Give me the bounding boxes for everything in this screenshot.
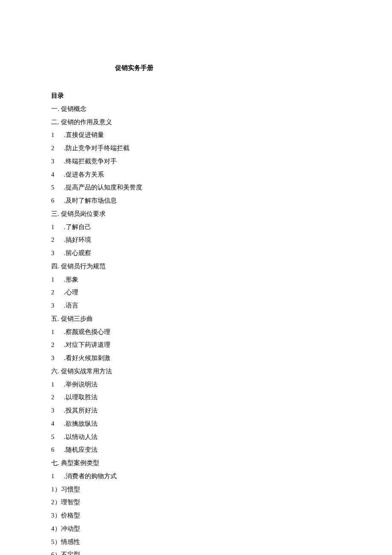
item-text: .防止竞争对手终端拦截	[64, 145, 130, 151]
item-text: .终端拦截竞争对手	[64, 158, 117, 165]
section-heading: 七. 典型案例类型	[51, 456, 341, 470]
toc-item: 1）习惯型	[51, 483, 341, 496]
toc-item: 6.及时了解市场信息	[51, 194, 341, 207]
item-number: 1	[51, 273, 64, 286]
section-heading: 五. 促销三步曲	[51, 312, 341, 325]
toc-item: 1.形象	[51, 273, 341, 286]
item-number: 5	[51, 181, 64, 194]
item-text: .欲擒故纵法	[64, 420, 98, 427]
toc-item: 2.防止竞争对手终端拦截	[51, 142, 341, 155]
toc-item: 1.直接促进销量	[51, 128, 341, 142]
item-number: 3	[51, 404, 64, 417]
item-number: 1	[51, 325, 64, 339]
item-text: .直接促进销量	[64, 131, 104, 138]
item-text: .随机应变法	[64, 446, 98, 453]
item-number: 3	[51, 352, 64, 365]
toc-item: 3.留心观察	[51, 247, 341, 260]
item-number: 5	[51, 430, 64, 444]
toc-item: 3）价格型	[51, 509, 341, 522]
item-number: 1	[51, 128, 64, 142]
item-number: 3	[51, 247, 64, 260]
toc-header: 目录	[51, 89, 341, 102]
toc-item: 2.以理取胜法	[51, 391, 341, 404]
item-text: .举例说明法	[64, 381, 98, 388]
item-number: 6	[51, 194, 64, 207]
section-heading: 二. 促销的作用及意义	[51, 116, 341, 129]
item-number: 2	[51, 391, 64, 404]
item-text: .了解自己	[64, 224, 91, 230]
item-text: .促进各方关系	[64, 171, 104, 178]
toc-item: 3.看好火候加刺激	[51, 352, 341, 365]
item-text: .察颜观色摸心理	[64, 328, 110, 335]
toc-item: 5）情感性	[51, 535, 341, 549]
document-page: 促销实务手册 目录 一. 促销概念二. 促销的作用及意义1.直接促进销量2.防止…	[0, 0, 392, 555]
section-heading: 六. 促销实战常用方法	[51, 365, 341, 378]
item-number: 2	[51, 286, 64, 299]
toc-item: 4）冲动型	[51, 522, 341, 535]
item-number: 6	[51, 443, 64, 456]
toc-item: 6）不定型	[51, 548, 341, 555]
item-number: 1	[51, 221, 64, 234]
toc-item: 3.语言	[51, 299, 341, 312]
item-text: .以理取胜法	[64, 394, 98, 401]
item-text: .搞好环境	[64, 236, 91, 243]
item-text: .对症下药讲道理	[64, 341, 110, 348]
toc-item: 1.了解自己	[51, 221, 341, 234]
section-heading: 三. 促销员岗位要求	[51, 207, 341, 221]
item-text: .形象	[64, 276, 78, 283]
item-number: 2	[51, 233, 64, 247]
toc-item: 1.消费者的购物方式	[51, 470, 341, 483]
toc-item: 6.随机应变法	[51, 443, 341, 456]
toc-item: 2.搞好环境	[51, 233, 341, 247]
item-text: .以情动人法	[64, 433, 98, 440]
toc-body: 一. 促销概念二. 促销的作用及意义1.直接促进销量2.防止竞争对手终端拦截3.…	[51, 102, 341, 555]
toc-item: 5.以情动人法	[51, 430, 341, 444]
item-text: .消费者的购物方式	[64, 473, 117, 479]
toc-item: 2.对症下药讲道理	[51, 338, 341, 352]
item-text: .看好火候加刺激	[64, 355, 110, 361]
toc-item: 1.察颜观色摸心理	[51, 325, 341, 339]
item-text: .及时了解市场信息	[64, 197, 117, 204]
item-number: 2	[51, 142, 64, 155]
item-text: .提高产品的认知度和美誉度	[64, 184, 142, 191]
toc-item: 4.促进各方关系	[51, 168, 341, 181]
item-text: .语言	[64, 302, 78, 309]
item-number: 4	[51, 168, 64, 181]
toc-item: 2）理智型	[51, 496, 341, 509]
section-heading: 一. 促销概念	[51, 102, 341, 116]
section-heading: 四. 促销员行为规范	[51, 260, 341, 273]
item-text: .留心观察	[64, 250, 91, 256]
document-title: 促销实务手册	[51, 64, 341, 72]
toc-item: 4.欲擒故纵法	[51, 417, 341, 430]
toc-item: 5.提高产品的认知度和美誉度	[51, 181, 341, 194]
toc-item: 2.心理	[51, 286, 341, 299]
toc-item: 3.终端拦截竞争对手	[51, 155, 341, 168]
toc-item: 3.投其所好法	[51, 404, 341, 417]
item-number: 1	[51, 378, 64, 391]
item-text: .心理	[64, 289, 78, 296]
item-number: 1	[51, 470, 64, 483]
item-text: .投其所好法	[64, 407, 98, 414]
item-number: 4	[51, 417, 64, 430]
item-number: 3	[51, 299, 64, 312]
item-number: 2	[51, 338, 64, 352]
toc-item: 1.举例说明法	[51, 378, 341, 391]
item-number: 3	[51, 155, 64, 168]
